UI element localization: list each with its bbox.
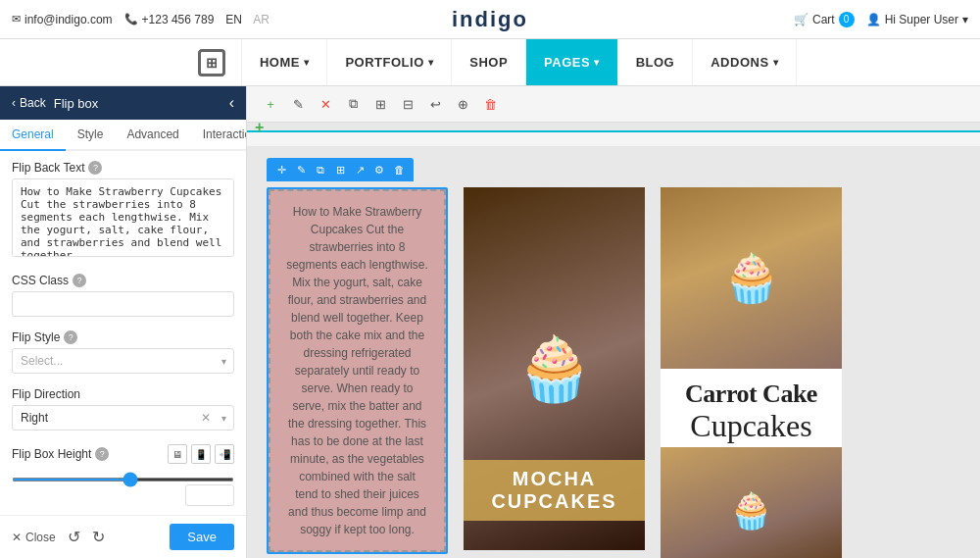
element-delete-icon[interactable]: 🗑 xyxy=(390,161,408,178)
redo-button[interactable]: ↻ xyxy=(92,528,105,546)
nav-home[interactable]: HOME ▾ xyxy=(242,39,328,85)
logo-area: indigo xyxy=(452,7,528,32)
element-grid-icon[interactable]: ⊞ xyxy=(331,161,349,178)
row-indicator: + xyxy=(247,130,980,146)
email-icon: ✉ xyxy=(12,13,21,25)
user-menu[interactable]: 👤 Hi Super User ▾ xyxy=(866,13,968,26)
builder-delete-tool[interactable]: ✕ xyxy=(314,92,337,116)
css-class-input[interactable] xyxy=(12,291,234,317)
email-text: info@indigo.com xyxy=(24,13,113,26)
flip-box-height-slider[interactable] xyxy=(12,478,234,482)
flip-direction-label-text: Flip Direction xyxy=(12,387,80,401)
back-button[interactable]: ‹ Back xyxy=(12,96,46,110)
height-mobile-icon[interactable]: 📲 xyxy=(215,444,234,464)
builder-trash-tool[interactable]: 🗑 xyxy=(478,92,502,116)
css-class-group: CSS Class ? xyxy=(12,274,234,317)
panel-collapse-button[interactable]: ‹ xyxy=(229,94,234,112)
mocha-cupcakes-card: 🧁 MOCHA CUPCAKES xyxy=(464,187,645,558)
tab-style[interactable]: Style xyxy=(66,120,116,151)
builder-copy-tool[interactable]: ⧉ xyxy=(341,92,365,116)
flip-box-height-label: Flip Box Height ? 🖥 📱 📲 xyxy=(12,444,234,464)
close-label: Close xyxy=(25,531,56,544)
flip-style-help[interactable]: ? xyxy=(64,330,77,344)
nav-logo[interactable]: ⊞ xyxy=(183,39,242,85)
left-panel: ‹ Back Flip box ‹ General Style Advanced… xyxy=(0,86,247,558)
element-move-icon[interactable]: ✛ xyxy=(272,161,290,178)
language-switcher[interactable]: EN AR xyxy=(225,13,270,26)
undo-button[interactable]: ↺ xyxy=(68,528,80,546)
flip-back-text-help[interactable]: ? xyxy=(88,161,102,175)
nav-addons[interactable]: ADDONS ▾ xyxy=(693,39,797,85)
css-class-help[interactable]: ? xyxy=(73,274,86,287)
flip-direction-label: Flip Direction xyxy=(12,387,234,401)
panel-tabs: General Style Advanced Interaction xyxy=(0,120,246,151)
builder-grid-tool[interactable]: ⊞ xyxy=(368,92,392,116)
flip-style-select-wrap: Select... ▾ xyxy=(12,348,234,374)
save-button[interactable]: Save xyxy=(170,524,234,550)
builder-add-tool[interactable]: + xyxy=(259,92,282,116)
flip-box-element[interactable]: How to Make Strawberry Cupcakes Cut the … xyxy=(267,187,448,554)
content-area: + ✎ ✕ ⧉ ⊞ ⊟ ↩ ⊕ 🗑 + ✛ ✎ ⧉ xyxy=(247,86,980,558)
logo-icon: ⊞ xyxy=(198,49,225,76)
panel-header: ‹ Back Flip box ‹ xyxy=(0,86,246,120)
flip-box-height-input[interactable]: 536 xyxy=(185,484,234,506)
flip-style-select[interactable]: Select... xyxy=(12,348,234,374)
element-link-icon[interactable]: ↗ xyxy=(351,161,368,178)
top-bar: ✉ info@indigo.com 📞 +123 456 789 EN AR i… xyxy=(0,0,980,39)
builder-plus-circle-tool[interactable]: ⊕ xyxy=(451,92,474,116)
main-layout: ‹ Back Flip box ‹ General Style Advanced… xyxy=(0,86,980,558)
nav-portfolio[interactable]: PORTFOLIO ▾ xyxy=(327,39,452,85)
builder-edit-tool[interactable]: ✎ xyxy=(286,92,310,116)
flip-style-label-text: Flip Style xyxy=(12,330,60,344)
tab-interaction[interactable]: Interaction xyxy=(191,120,247,151)
flip-box-height-help[interactable]: ? xyxy=(95,447,109,461)
carrot-cake-card: 🧁 Carrot Cake Cupcakes 🧁 xyxy=(661,187,842,558)
pages-chevron: ▾ xyxy=(594,57,600,68)
height-desktop-icon[interactable]: 🖥 xyxy=(168,444,187,464)
lang-en[interactable]: EN xyxy=(225,13,242,26)
flip-style-label: Flip Style ? xyxy=(12,330,234,344)
email-info: ✉ info@indigo.com xyxy=(12,13,113,26)
user-label: Hi Super User xyxy=(885,13,958,26)
nav-pages[interactable]: PAGES ▾ xyxy=(526,39,618,85)
cart-count: 0 xyxy=(839,12,855,27)
cart-button[interactable]: 🛒 Cart 0 xyxy=(794,12,855,27)
flip-box-height-label-text: Flip Box Height xyxy=(12,447,91,461)
tab-general[interactable]: General xyxy=(0,120,66,151)
flip-direction-group: Flip Direction Right Left Top Bottom ✕ ▾ xyxy=(12,387,234,431)
phone-text: +123 456 789 xyxy=(142,13,215,26)
element-duplicate-icon[interactable]: ⧉ xyxy=(312,161,329,178)
flip-direction-select-wrap: Right Left Top Bottom ✕ ▾ xyxy=(12,405,234,431)
top-bar-left: ✉ info@indigo.com 📞 +123 456 789 EN AR xyxy=(12,13,270,26)
flip-box-text: How to Make Strawberry Cupcakes Cut the … xyxy=(286,203,428,538)
height-icon-group: 🖥 📱 📲 xyxy=(168,444,234,464)
cart-icon: 🛒 xyxy=(794,13,808,26)
carrot-bottom-visual: 🧁 xyxy=(661,447,842,558)
carrot-title-main: Carrot Cake xyxy=(668,380,834,409)
flip-box-inner: How to Make Strawberry Cupcakes Cut the … xyxy=(269,189,446,552)
css-class-label-text: CSS Class xyxy=(12,274,69,287)
nav-shop[interactable]: SHOP xyxy=(452,39,526,85)
element-settings-icon[interactable]: ⚙ xyxy=(370,161,388,178)
row-add-icon[interactable]: + xyxy=(255,119,264,136)
panel-content: Flip Back Text ? How to Make Strawberry … xyxy=(0,151,246,515)
element-edit-icon[interactable]: ✎ xyxy=(292,161,310,178)
carrot-top-visual: 🧁 xyxy=(661,187,842,369)
tab-advanced[interactable]: Advanced xyxy=(115,120,190,151)
close-icon: ✕ xyxy=(12,531,22,544)
canvas-area: ✛ ✎ ⧉ ⊞ ↗ ⚙ 🗑 How to Make Strawberry Cup… xyxy=(247,146,980,558)
close-button[interactable]: ✕ Close xyxy=(12,531,56,544)
flip-back-text-input[interactable]: How to Make Strawberry Cupcakes Cut the … xyxy=(12,178,234,257)
mocha-cupcakes-image: 🧁 MOCHA CUPCAKES xyxy=(464,187,645,550)
brand-logo: indigo xyxy=(452,7,528,32)
portfolio-chevron: ▾ xyxy=(428,57,434,68)
user-chevron: ▾ xyxy=(962,13,968,26)
nav-blog[interactable]: BLOG xyxy=(618,39,694,85)
user-icon: 👤 xyxy=(866,13,881,26)
builder-undo-tool[interactable]: ↩ xyxy=(423,92,447,116)
lang-ar[interactable]: AR xyxy=(253,13,270,26)
flip-direction-clear-icon[interactable]: ✕ xyxy=(201,411,211,425)
carrot-title-area: Carrot Cake Cupcakes xyxy=(661,369,842,447)
height-tablet-icon[interactable]: 📱 xyxy=(191,444,211,464)
builder-minus-tool[interactable]: ⊟ xyxy=(396,92,419,116)
